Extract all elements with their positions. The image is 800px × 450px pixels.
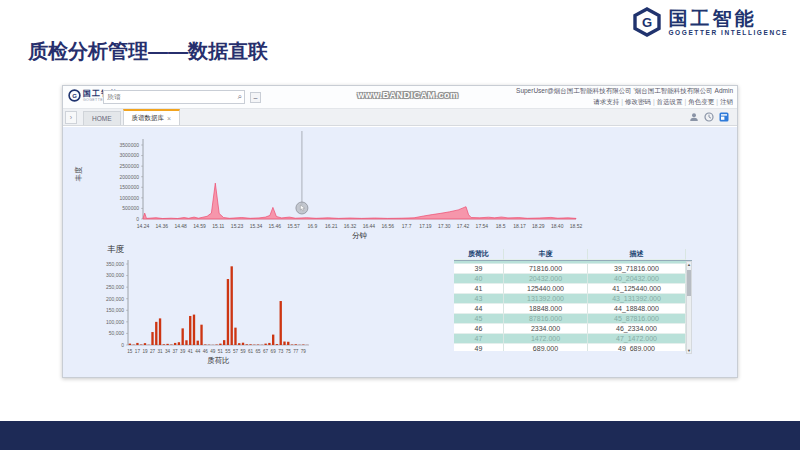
table-scrollbar[interactable]: ▲ ▼ bbox=[686, 261, 692, 354]
area-ytick-label: 3000000 bbox=[120, 152, 140, 158]
table-row[interactable]: 4020432.00040_20432.000 bbox=[454, 274, 686, 284]
bar-xtick-label: 17 bbox=[135, 349, 141, 354]
area-xtick-label: 18.17 bbox=[513, 223, 526, 229]
spectrum-bar bbox=[268, 343, 270, 345]
search-input[interactable] bbox=[104, 94, 238, 101]
area-chart-ylabel: 丰度 bbox=[74, 167, 84, 182]
table-row[interactable]: 4587816.00045_87816.000 bbox=[454, 314, 686, 324]
spectrum-bar bbox=[238, 343, 240, 345]
area-xtick-label: 17.19 bbox=[419, 223, 432, 229]
table-row[interactable]: 462334.00046_2334.000 bbox=[454, 324, 686, 334]
bar-xtick-label: 44 bbox=[195, 349, 201, 354]
bar-xtick-label: 39 bbox=[180, 349, 186, 354]
scroll-up-icon[interactable]: ▲ bbox=[687, 262, 691, 267]
dashboard-content: 丰度 3500000300000025000002000000150000010… bbox=[63, 127, 737, 377]
spectrum-bar bbox=[231, 266, 233, 345]
spectrum-bar bbox=[129, 344, 131, 345]
spectrum-bar bbox=[200, 325, 202, 345]
table-cell: 39_71816.000 bbox=[588, 264, 686, 274]
table-cell: 41_125440.000 bbox=[588, 284, 686, 294]
tab-home-label: HOME bbox=[92, 115, 112, 122]
bar-xtick-label: 51 bbox=[218, 349, 224, 354]
menu-item[interactable]: 注销 bbox=[720, 98, 733, 105]
spectrum-bar bbox=[246, 344, 248, 345]
spectrum-bar bbox=[185, 340, 187, 345]
bar-ytick-label: 150,000 bbox=[106, 307, 124, 313]
scrollbar-thumb[interactable] bbox=[687, 270, 691, 296]
table-header-description[interactable]: 描述 bbox=[588, 249, 686, 260]
table-cell: 43 bbox=[454, 294, 504, 304]
area-xtick-label: 15.34 bbox=[250, 223, 263, 229]
spectrum-bar bbox=[272, 335, 274, 345]
table-cell: 18848.000 bbox=[504, 304, 588, 314]
area-ytick-label: 2000000 bbox=[120, 174, 140, 180]
area-xtick-label: 16.44 bbox=[363, 223, 376, 229]
spectrum-bar bbox=[264, 344, 266, 345]
spectrum-bar bbox=[178, 342, 180, 345]
scroll-down-icon[interactable]: ▼ bbox=[687, 348, 691, 353]
area-xtick-label: 16.56 bbox=[381, 223, 394, 229]
area-series bbox=[143, 183, 576, 219]
table-row[interactable]: 49689.00049_689.000 bbox=[454, 344, 686, 351]
spectrum-bar bbox=[144, 343, 146, 345]
table-cell: 87816.000 bbox=[504, 314, 588, 324]
search-icon[interactable]: ⌕ bbox=[238, 92, 244, 102]
bar-ytick-label: 250,000 bbox=[106, 284, 124, 290]
spectrum-bar bbox=[204, 344, 206, 345]
search-options-button[interactable]: – bbox=[250, 92, 261, 103]
app-logo-icon: G bbox=[68, 89, 81, 102]
menu-item[interactable]: 角色变更 bbox=[688, 98, 714, 105]
table-cell: 46 bbox=[454, 324, 504, 334]
table-row[interactable]: 3971816.00039_71816.000 bbox=[454, 264, 686, 274]
bar-ytick-label: 100,000 bbox=[106, 319, 124, 325]
menu-item[interactable]: 首选设置 bbox=[657, 98, 683, 105]
bar-xtick-label: 34 bbox=[165, 349, 171, 354]
history-icon[interactable] bbox=[704, 112, 714, 122]
table-row[interactable]: 471472.00047_1472.000 bbox=[454, 334, 686, 344]
svg-text:G: G bbox=[72, 93, 77, 99]
table-row[interactable]: 4418848.00044_18848.000 bbox=[454, 304, 686, 314]
area-xtick-label: 15.57 bbox=[287, 223, 300, 229]
tab-close-icon[interactable]: × bbox=[167, 115, 171, 122]
menu-item[interactable]: 请求支持 bbox=[593, 98, 619, 105]
menu-item[interactable]: 修改密码 bbox=[625, 98, 651, 105]
area-ytick-label: 0 bbox=[136, 216, 139, 222]
spectrum-bar bbox=[242, 343, 244, 345]
tab-home[interactable]: HOME bbox=[83, 111, 121, 125]
table-cell: 49_689.000 bbox=[588, 344, 686, 351]
bar-xtick-label: 15 bbox=[127, 349, 133, 354]
table-cell: 20432.000 bbox=[504, 274, 588, 284]
tab-mass-spec-data[interactable]: 质谱数据库 × bbox=[123, 109, 181, 125]
user-icon[interactable] bbox=[689, 112, 699, 122]
table-header-abundance[interactable]: 丰度 bbox=[504, 249, 588, 260]
app-window: G 国工智能 GOGETTER INTELLIGENCE ⌕ – www.BAN… bbox=[62, 85, 738, 378]
spectrum-bar bbox=[182, 328, 184, 345]
table-cell: 40_20432.000 bbox=[588, 274, 686, 284]
table-row[interactable]: 41125440.00041_125440.000 bbox=[454, 284, 686, 294]
spectrum-bar bbox=[136, 343, 138, 345]
layout-icon[interactable] bbox=[719, 112, 729, 122]
area-chart-xlabel: 分钟 bbox=[352, 231, 368, 239]
data-table: 质荷比 丰度 描述 3971816.00039_71816.0004020432… bbox=[454, 249, 692, 351]
table-row[interactable]: 43131392.00043_131392.000 bbox=[454, 294, 686, 304]
brand-name: 国工智能 bbox=[668, 9, 756, 29]
table-cell: 49 bbox=[454, 344, 504, 351]
area-xtick-label: 16.21 bbox=[325, 223, 338, 229]
sidebar-collapse-button[interactable]: › bbox=[65, 111, 77, 124]
area-ytick-label: 1500000 bbox=[120, 184, 140, 190]
area-xtick-label: 18.52 bbox=[570, 223, 583, 229]
bar-xtick-label: 75 bbox=[286, 349, 292, 354]
bandicam-watermark: www.BANDICAM.com bbox=[313, 90, 503, 100]
bar-xtick-label: 41 bbox=[188, 349, 194, 354]
spectrum-bar bbox=[287, 342, 289, 345]
brand-logo: G 国工智能 GOGETTER INTELLIGENCE bbox=[632, 7, 788, 37]
table-cell: 39 bbox=[454, 264, 504, 274]
tab-bar: › HOME 质谱数据库 × bbox=[63, 109, 737, 126]
spectrum-bar bbox=[197, 341, 199, 345]
table-header-mz[interactable]: 质荷比 bbox=[454, 249, 504, 260]
user-account-label: SuperUser@烟台国工智能科技有限公司 '烟台国工智能科技有限公司 Adm… bbox=[516, 87, 733, 96]
table-cell: 45_87816.000 bbox=[588, 314, 686, 324]
search-box[interactable]: ⌕ bbox=[103, 90, 245, 104]
spectrum-bar bbox=[163, 344, 165, 345]
bar-ytick-label: 50,000 bbox=[109, 330, 125, 336]
